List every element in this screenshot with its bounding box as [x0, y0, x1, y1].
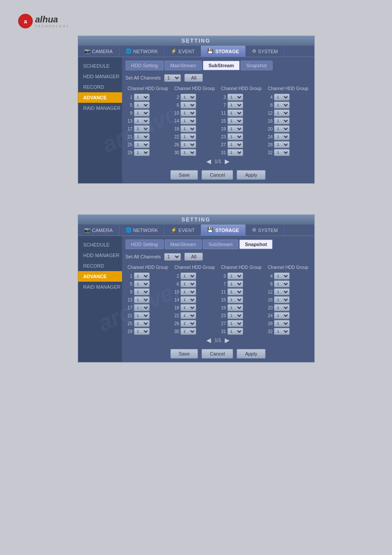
all-button-2[interactable]: All	[184, 253, 203, 261]
ch-select-26[interactable]: 1	[180, 141, 196, 148]
ch2-select-15[interactable]: 1	[227, 296, 243, 303]
ch-select-23[interactable]: 1	[227, 133, 243, 140]
ch-select-14[interactable]: 1	[180, 117, 196, 124]
ch-select-24[interactable]: 1	[274, 133, 290, 140]
ch-select-18[interactable]: 1	[180, 125, 196, 132]
sidebar-advance-2[interactable]: ADVANCE	[78, 271, 122, 282]
ch-select-7[interactable]: 1	[227, 102, 243, 109]
ch-select-28[interactable]: 1	[274, 141, 290, 148]
ch-select-32[interactable]: 1	[274, 149, 290, 156]
tab-substream-2[interactable]: SubStream	[203, 239, 238, 249]
all-button-1[interactable]: All	[184, 74, 203, 82]
ch2-select-12[interactable]: 1	[274, 288, 290, 295]
sidebar-advance-1[interactable]: ADVANCE	[78, 92, 122, 103]
nav-event-2[interactable]: ⚡ EVENT	[165, 225, 201, 236]
sidebar-raidmgr-2[interactable]: RAID MANAGER	[78, 282, 122, 292]
tab-snapshot-2[interactable]: Snapshot	[239, 239, 273, 249]
ch-select-10[interactable]: 1	[180, 109, 196, 116]
ch-select-27[interactable]: 1	[227, 141, 243, 148]
prev-page-btn-2[interactable]: ◀	[206, 337, 211, 344]
set-all-select-2[interactable]: 1	[164, 253, 181, 261]
tab-substream-1[interactable]: SubStream	[203, 61, 240, 70]
sidebar-raidmgr-1[interactable]: RAID MANAGER	[78, 103, 122, 113]
tab-mainstream-2[interactable]: MainStream	[165, 239, 202, 249]
ch2-select-24[interactable]: 1	[274, 312, 290, 319]
ch-select-5[interactable]: 1	[134, 102, 150, 109]
ch2-select-31[interactable]: 1	[227, 328, 243, 335]
ch-select-29[interactable]: 1	[134, 149, 150, 156]
ch2-select-7[interactable]: 1	[227, 280, 243, 287]
ch2-select-19[interactable]: 1	[227, 304, 243, 311]
tab-snapshot-1[interactable]: Snapshot	[241, 61, 272, 70]
nav-storage-2[interactable]: 💾 STORAGE	[201, 225, 245, 236]
ch2-select-10[interactable]: 1	[180, 288, 196, 295]
ch-select-17[interactable]: 1	[134, 125, 150, 132]
ch-select-2[interactable]: 1	[180, 94, 196, 101]
nav-system-1[interactable]: ⚙ SYSTEM	[246, 46, 284, 57]
sidebar-schedule-2[interactable]: SCHEDULE	[78, 239, 122, 250]
sidebar-hddmgr-1[interactable]: HDD MANAGER	[78, 71, 122, 82]
cancel-button-1[interactable]: Cancel	[201, 170, 233, 180]
ch-select-30[interactable]: 1	[180, 149, 196, 156]
ch-select-25[interactable]: 1	[134, 141, 150, 148]
ch2-select-21[interactable]: 1	[134, 312, 150, 319]
nav-camera-2[interactable]: 📷 CAMERA	[78, 225, 119, 236]
ch-select-21[interactable]: 1	[134, 133, 150, 140]
ch2-select-3[interactable]: 1	[227, 272, 243, 279]
ch2-select-25[interactable]: 1	[134, 320, 150, 327]
sidebar-record-2[interactable]: RECORD	[78, 261, 122, 271]
nav-system-2[interactable]: ⚙ SYSTEM	[246, 225, 284, 236]
nav-camera-1[interactable]: 📷 CAMERA	[78, 46, 119, 57]
ch-select-31[interactable]: 1	[227, 149, 243, 156]
ch2-select-20[interactable]: 1	[274, 304, 290, 311]
tab-mainstream-1[interactable]: MainStream	[165, 61, 202, 70]
sidebar-hddmgr-2[interactable]: HDD MANAGER	[78, 250, 122, 261]
ch2-select-28[interactable]: 1	[274, 320, 290, 327]
ch-select-4[interactable]: 1	[274, 94, 290, 101]
ch2-select-11[interactable]: 1	[227, 288, 243, 295]
ch-select-22[interactable]: 1	[180, 133, 196, 140]
prev-page-btn-1[interactable]: ◀	[206, 158, 211, 165]
ch-select-8[interactable]: 1	[274, 102, 290, 109]
apply-button-2[interactable]: Apply	[237, 349, 266, 359]
ch2-select-1[interactable]: 1	[134, 272, 150, 279]
ch-select-15[interactable]: 1	[227, 117, 243, 124]
ch-select-19[interactable]: 1	[227, 125, 243, 132]
cancel-button-2[interactable]: Cancel	[201, 349, 233, 359]
ch2-select-26[interactable]: 1	[180, 320, 196, 327]
ch-select-3[interactable]: 1	[227, 94, 243, 101]
ch-select-12[interactable]: 1	[274, 109, 290, 116]
ch2-select-16[interactable]: 1	[274, 296, 290, 303]
tab-hdd-setting-1[interactable]: HDD Setting	[126, 61, 164, 70]
ch-select-6[interactable]: 1	[180, 102, 196, 109]
next-page-btn-1[interactable]: ▶	[225, 158, 230, 165]
ch2-select-17[interactable]: 1	[134, 304, 150, 311]
nav-network-1[interactable]: 🌐 NETWORK	[119, 46, 165, 57]
ch2-select-22[interactable]: 1	[180, 312, 196, 319]
tab-hdd-setting-2[interactable]: HDD Setting	[126, 239, 164, 249]
nav-event-1[interactable]: ⚡ EVENT	[165, 46, 201, 57]
ch2-select-13[interactable]: 1	[134, 296, 150, 303]
ch2-select-32[interactable]: 1	[274, 328, 290, 335]
apply-button-1[interactable]: Apply	[237, 170, 266, 180]
ch2-select-29[interactable]: 1	[134, 328, 150, 335]
set-all-select-1[interactable]: 1	[164, 74, 181, 82]
ch-select-13[interactable]: 1	[134, 117, 150, 124]
ch2-select-23[interactable]: 1	[227, 312, 243, 319]
ch2-select-8[interactable]: 1	[274, 280, 290, 287]
ch-select-1[interactable]: 1	[134, 94, 150, 101]
ch-select-11[interactable]: 1	[227, 109, 243, 116]
sidebar-record-1[interactable]: RECORD	[78, 82, 122, 92]
ch2-select-2[interactable]: 1	[180, 272, 196, 279]
sidebar-schedule-1[interactable]: SCHEDULE	[78, 61, 122, 71]
ch2-select-9[interactable]: 1	[134, 288, 150, 295]
nav-storage-1[interactable]: 💾 STORAGE	[201, 46, 245, 57]
save-button-2[interactable]: Save	[170, 349, 198, 359]
ch2-select-5[interactable]: 1	[134, 280, 150, 287]
ch-select-9[interactable]: 1	[134, 109, 150, 116]
next-page-btn-2[interactable]: ▶	[225, 337, 230, 344]
ch2-select-30[interactable]: 1	[180, 328, 196, 335]
save-button-1[interactable]: Save	[170, 170, 198, 180]
ch2-select-4[interactable]: 1	[274, 272, 290, 279]
ch2-select-6[interactable]: 1	[180, 280, 196, 287]
